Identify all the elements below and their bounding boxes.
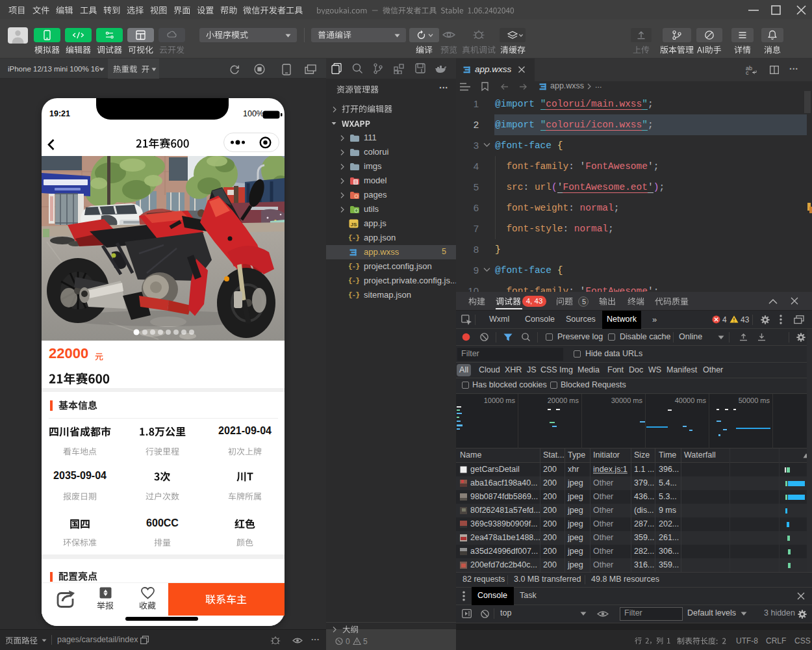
svg-text:JS: JS bbox=[351, 222, 357, 228]
svg-text:c: c bbox=[746, 70, 749, 75]
